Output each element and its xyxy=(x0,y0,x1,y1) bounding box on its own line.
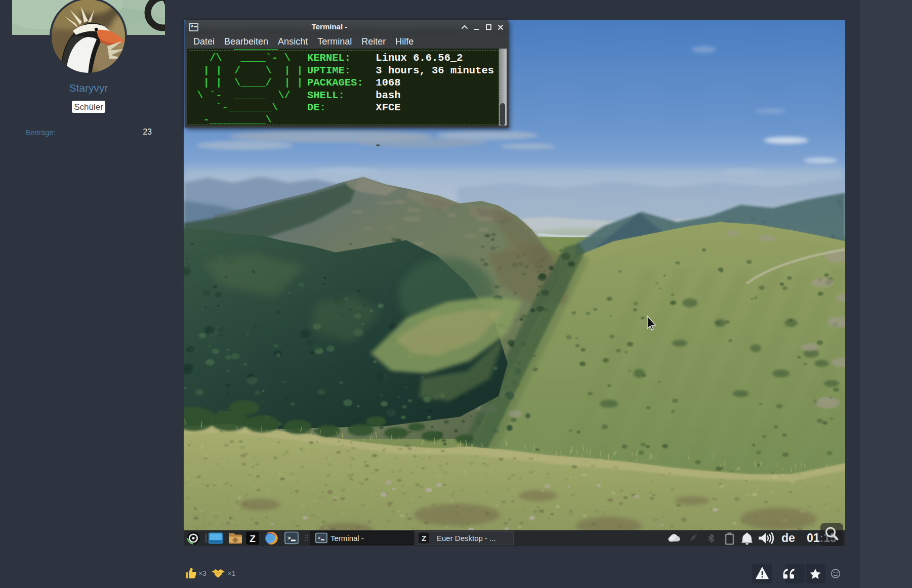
svg-text:>: > xyxy=(287,535,291,541)
svg-text:>: > xyxy=(318,536,320,541)
svg-text:Z: Z xyxy=(422,534,426,542)
svg-text:de: de xyxy=(781,531,795,544)
svg-text:Z: Z xyxy=(250,533,256,544)
